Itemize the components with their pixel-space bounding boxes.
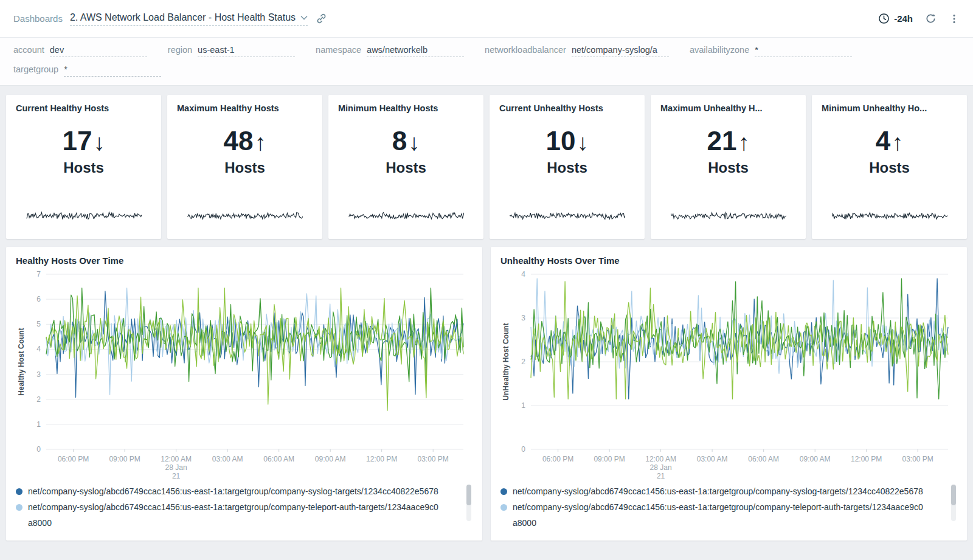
legend-item[interactable]: net/company-syslog/abcd6749ccac1456:us-e… xyxy=(16,499,463,526)
svg-text:4: 4 xyxy=(521,270,525,278)
legend-scrollbar[interactable] xyxy=(466,485,471,521)
legend-scrollbar[interactable] xyxy=(951,485,956,521)
filter-label: targetgroup xyxy=(13,64,58,74)
svg-text:03:00 AM: 03:00 AM xyxy=(697,455,728,463)
legend-scrollbar-thumb[interactable] xyxy=(466,485,471,505)
link-icon xyxy=(315,12,328,25)
share-link-button[interactable] xyxy=(315,12,328,25)
stat-value: 4↑ xyxy=(822,128,957,154)
filter-region: region us-east-1 xyxy=(168,45,295,57)
svg-text:1: 1 xyxy=(521,401,525,410)
trend-down-icon: ↓ xyxy=(408,130,420,155)
svg-text:5: 5 xyxy=(36,320,41,328)
filter-namespace-value[interactable]: aws/networkelb xyxy=(367,45,464,57)
chart-legend: net/company-syslog/abcd6749ccac1456:us-e… xyxy=(500,483,957,526)
svg-text:06:00 PM: 06:00 PM xyxy=(58,455,89,463)
page-title: 2. AWS Network Load Balancer - Host Heal… xyxy=(70,12,296,23)
legend-label: net/company-syslog/abcd6749ccac1456:us-e… xyxy=(513,483,923,499)
stat-unit: Hosts xyxy=(16,159,151,176)
panel-healthy-hosts-over-time: Healthy Hosts Over Time 0123456706:00 PM… xyxy=(6,247,482,541)
filter-label: region xyxy=(168,45,192,55)
top-bar: Dashboards 2. AWS Network Load Balancer … xyxy=(0,0,973,38)
stat-value: 21↑ xyxy=(660,128,796,154)
time-range-label: -24h xyxy=(894,13,913,24)
legend-swatch xyxy=(500,488,507,495)
refresh-button[interactable] xyxy=(925,13,937,24)
filter-account-value[interactable]: dev xyxy=(50,45,147,57)
svg-text:12:00 AM28 Jan21: 12:00 AM28 Jan21 xyxy=(645,455,676,480)
filter-label: networkloadbalancer xyxy=(485,45,566,55)
stat-sparkline xyxy=(671,211,786,221)
filter-availabilityzone: availabilityzone * xyxy=(690,45,852,57)
svg-text:2: 2 xyxy=(36,395,41,404)
breadcrumb-dashboards[interactable]: Dashboards xyxy=(13,13,63,24)
stat-value: 10↓ xyxy=(499,128,635,154)
unhealthy-hosts-chart[interactable]: 0123406:00 PM09:00 PM12:00 AM28 Jan2103:… xyxy=(500,267,955,481)
stat-unit: Hosts xyxy=(822,159,957,176)
panel-maximum-healthy-hosts: Maximum Healthy Hosts 48↑ Hosts xyxy=(167,95,322,239)
legend-item[interactable]: net/company-syslog/abcd6749ccac1456:us-e… xyxy=(500,483,947,499)
filter-label: namespace xyxy=(316,45,361,55)
filter-targetgroup-value[interactable]: * xyxy=(64,64,161,77)
stat-value: 48↑ xyxy=(177,128,313,154)
time-range-button[interactable]: -24h xyxy=(878,13,913,24)
healthy-hosts-chart[interactable]: 0123456706:00 PM09:00 PM12:00 AM28 Jan21… xyxy=(16,267,471,481)
filter-networkloadbalancer: networkloadbalancer net/company-syslog/a xyxy=(485,45,669,57)
stat-title: Current Unhealthy Hosts xyxy=(499,103,635,113)
svg-text:0: 0 xyxy=(36,445,41,454)
stat-sparkline xyxy=(26,211,142,221)
clock-icon xyxy=(878,13,890,24)
svg-text:09:00 PM: 09:00 PM xyxy=(594,455,625,463)
charts-row: Healthy Hosts Over Time 0123456706:00 PM… xyxy=(0,239,973,541)
filter-label: availabilityzone xyxy=(690,45,749,55)
stat-value: 8↓ xyxy=(338,128,474,154)
svg-text:03:00 PM: 03:00 PM xyxy=(418,455,449,463)
stat-title: Maximum Healthy Hosts xyxy=(177,103,313,113)
legend-label: net/company-syslog/abcd6749ccac1456:us-e… xyxy=(28,483,438,499)
svg-text:Healthy Host Count: Healthy Host Count xyxy=(17,328,26,395)
panel-minimum-unhealthy-hosts: Minimum Unhealthy Ho... 4↑ Hosts xyxy=(812,95,967,239)
refresh-icon xyxy=(925,13,937,24)
stat-sparkline xyxy=(510,211,625,221)
dashboard-title-dropdown[interactable]: 2. AWS Network Load Balancer - Host Heal… xyxy=(70,12,308,26)
svg-text:06:00 PM: 06:00 PM xyxy=(542,455,573,463)
svg-text:2: 2 xyxy=(521,358,525,366)
stat-sparkline xyxy=(187,211,303,221)
legend-label: net/company-syslog/abcd6749ccac1456:us-e… xyxy=(513,499,926,526)
trend-up-icon: ↑ xyxy=(254,130,266,155)
legend-item[interactable]: net/company-syslog/abcd6749ccac1456:us-e… xyxy=(16,483,463,499)
svg-text:UnHealthy Host Count: UnHealthy Host Count xyxy=(502,323,510,400)
filter-availabilityzone-value[interactable]: * xyxy=(755,45,852,57)
legend-swatch xyxy=(500,504,507,511)
svg-text:6: 6 xyxy=(36,295,41,303)
panel-maximum-unhealthy-hosts: Maximum Unhealthy H... 21↑ Hosts xyxy=(651,95,806,239)
filter-networkloadbalancer-value[interactable]: net/company-syslog/a xyxy=(572,45,669,57)
stat-title: Minimum Unhealthy Ho... xyxy=(822,103,957,113)
svg-text:03:00 AM: 03:00 AM xyxy=(212,455,243,463)
svg-text:0: 0 xyxy=(521,445,525,454)
filter-region-value[interactable]: us-east-1 xyxy=(198,45,295,57)
legend-swatch xyxy=(16,488,23,495)
filter-namespace: namespace aws/networkelb xyxy=(316,45,464,57)
trend-down-icon: ↓ xyxy=(577,130,588,155)
svg-text:06:00 AM: 06:00 AM xyxy=(748,455,779,463)
filter-label: account xyxy=(13,45,44,55)
svg-text:12:00 PM: 12:00 PM xyxy=(366,455,397,463)
svg-text:12:00 AM28 Jan21: 12:00 AM28 Jan21 xyxy=(161,455,192,480)
svg-text:3: 3 xyxy=(36,370,41,379)
stat-sparkline xyxy=(348,211,464,221)
svg-text:09:00 AM: 09:00 AM xyxy=(315,455,346,463)
legend-item[interactable]: net/company-syslog/abcd6749ccac1456:us-e… xyxy=(500,499,947,526)
stat-unit: Hosts xyxy=(660,159,796,176)
stat-value: 17↓ xyxy=(16,128,151,154)
trend-up-icon: ↑ xyxy=(892,130,903,155)
filter-bar: account dev region us-east-1 namespace a… xyxy=(0,38,973,86)
stat-unit: Hosts xyxy=(499,159,635,176)
panel-current-healthy-hosts: Current Healthy Hosts 17↓ Hosts xyxy=(6,95,161,239)
filter-account: account dev xyxy=(13,45,147,57)
svg-text:06:00 AM: 06:00 AM xyxy=(263,455,294,463)
kebab-menu-button[interactable] xyxy=(949,13,960,25)
legend-scrollbar-thumb[interactable] xyxy=(951,485,956,505)
legend-swatch xyxy=(16,504,23,511)
svg-text:09:00 AM: 09:00 AM xyxy=(800,455,831,463)
